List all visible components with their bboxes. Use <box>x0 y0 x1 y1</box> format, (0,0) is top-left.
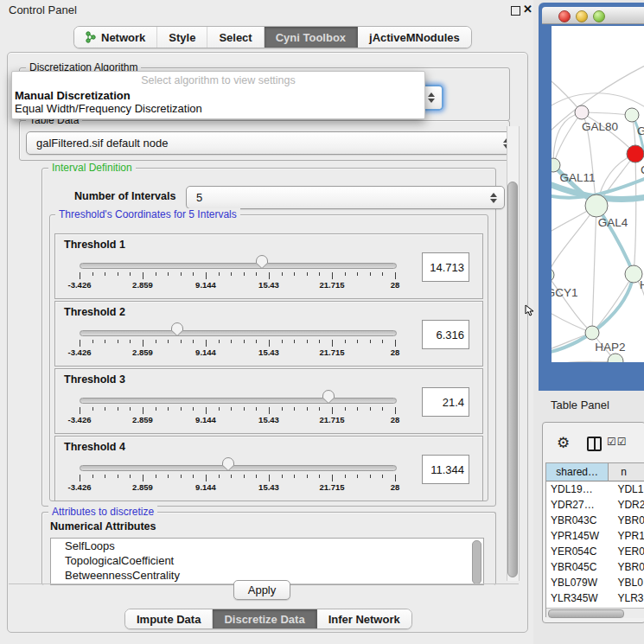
table-row[interactable]: YDL19… YDL1 <box>546 481 644 497</box>
network-edge[interactable] <box>592 274 634 333</box>
tab-infer-network[interactable]: Infer Network <box>317 609 411 628</box>
list-item[interactable]: TopologicalCoefficient <box>51 553 483 568</box>
threshold-value-field[interactable]: 11.344 <box>422 455 469 484</box>
cell-shared-name[interactable]: YPR145W <box>546 528 615 544</box>
threshold-slider-track[interactable] <box>80 465 397 471</box>
attributes-list-scrollbar[interactable] <box>472 540 481 584</box>
checkbox-icons[interactable]: ☑☑ <box>607 436 628 448</box>
threshold-slider-track[interactable] <box>80 263 397 269</box>
cell-name[interactable]: YBR0 <box>615 513 644 528</box>
tick-mark <box>269 340 270 347</box>
network-edge[interactable] <box>553 112 582 165</box>
network-edge[interactable] <box>553 112 582 165</box>
num-intervals-combobox[interactable]: 5 <box>186 186 505 209</box>
network-node[interactable] <box>625 108 639 122</box>
apply-button[interactable]: Apply <box>233 580 290 600</box>
attributes-list[interactable]: SelfLoops TopologicalCoefficient Between… <box>50 538 484 585</box>
threshold-slider-track[interactable] <box>80 330 397 336</box>
node-table[interactable]: shared… n YDL19… YDL1 YDR27… YDR2 YBR043… <box>545 462 644 617</box>
threshold-value-field[interactable]: 14.713 <box>422 252 469 282</box>
column-header-name[interactable]: n <box>609 463 644 481</box>
threshold-value-field[interactable]: 6.316 <box>422 320 469 349</box>
float-icon[interactable] <box>511 6 520 16</box>
tick-mark <box>80 475 80 481</box>
cell-name[interactable]: YDR2 <box>615 497 644 513</box>
tab-infer-network-label: Infer Network <box>328 613 400 626</box>
popup-option-equal-width[interactable]: Equal Width/Frequency Discretization <box>15 102 202 115</box>
column-header-shared-name[interactable]: shared… <box>546 463 609 481</box>
tick-mark <box>92 340 93 343</box>
tab-impute-data[interactable]: Impute Data <box>125 609 213 628</box>
cell-name[interactable]: YPR1 <box>615 528 644 544</box>
tab-network[interactable]: Network <box>74 27 157 48</box>
tab-style-label: Style <box>169 31 195 44</box>
cell-shared-name[interactable]: YER054C <box>546 544 615 559</box>
network-edge[interactable] <box>634 154 636 274</box>
network-edge[interactable] <box>552 206 596 275</box>
network-window-titlebar[interactable] <box>542 7 644 24</box>
slider-thumb-icon[interactable] <box>255 254 269 270</box>
slider-thumb-icon[interactable] <box>221 456 235 472</box>
cell-name[interactable]: YBL0 <box>615 575 644 590</box>
table-row[interactable]: YBR043C YBR0 <box>546 513 644 528</box>
slider-thumb-icon[interactable] <box>170 322 184 337</box>
table-row[interactable]: YBR045C YBR0 <box>546 559 644 575</box>
table-row[interactable]: YLR345W YLR3 <box>546 590 644 606</box>
tick-mark <box>294 340 295 343</box>
network-node[interactable] <box>585 326 599 340</box>
slider-thumb-icon[interactable] <box>322 389 335 405</box>
network-node[interactable] <box>627 145 644 163</box>
network-edge[interactable] <box>592 206 596 333</box>
cell-shared-name[interactable]: YDL19… <box>546 481 615 497</box>
tick-mark <box>118 272 118 276</box>
cell-name[interactable]: YDL1 <box>615 481 644 497</box>
axis-tick-label: 21.715 <box>319 348 344 357</box>
tab-jactivemnodules[interactable]: jActiveMNodules <box>358 27 471 48</box>
slider-axis-labels: -3.4262.8599.14415.4321.71528 <box>80 482 396 493</box>
close-icon[interactable]: ✕ <box>523 3 532 16</box>
split-column-icon[interactable] <box>587 437 602 451</box>
table-row[interactable]: YDR27… YDR2 <box>546 497 644 513</box>
tab-cyni-toolbox[interactable]: Cyni Toolbox <box>265 27 358 48</box>
list-item[interactable]: SelfLoops <box>51 539 483 553</box>
zoom-traffic-light-icon[interactable] <box>593 10 605 22</box>
panel-scrollbar-thumb[interactable] <box>507 182 518 577</box>
network-canvas[interactable]: GAL80GACGAL11GAL4GCY1HHAP2 <box>552 26 644 362</box>
table-row[interactable]: YER054C YER0 <box>546 544 644 559</box>
table-row[interactable]: YBL079W YBL0 <box>546 575 644 590</box>
axis-tick-label: 21.715 <box>319 482 344 492</box>
network-edge[interactable] <box>552 93 644 108</box>
threshold-panel: Threshold 4 -3.4262.8599.14415.4321.7152… <box>54 436 483 501</box>
tick-mark <box>206 272 207 279</box>
cell-name[interactable]: YER0 <box>615 544 644 559</box>
cell-shared-name[interactable]: YBL079W <box>546 575 615 590</box>
tick-mark <box>181 475 182 478</box>
cell-name[interactable]: YBR0 <box>615 559 644 575</box>
close-traffic-light-icon[interactable] <box>558 10 571 22</box>
network-edge[interactable] <box>582 112 632 115</box>
threshold-slider-track[interactable] <box>80 398 397 404</box>
axis-tick-label: 2.859 <box>132 482 153 492</box>
minimize-traffic-light-icon[interactable] <box>576 10 588 22</box>
tab-discretize-data[interactable]: Discretize Data <box>213 609 316 628</box>
network-node[interactable] <box>585 194 608 217</box>
tab-style[interactable]: Style <box>157 27 207 48</box>
tick-mark <box>156 475 156 478</box>
gear-icon[interactable]: ⚙ <box>557 434 570 451</box>
popup-option-manual[interactable]: Manual Discretization <box>15 89 131 102</box>
tick-mark <box>206 475 207 481</box>
network-node[interactable] <box>575 105 589 119</box>
cell-shared-name[interactable]: YDR27… <box>546 497 615 513</box>
tab-select[interactable]: Select <box>207 27 264 48</box>
cell-shared-name[interactable]: YBR043C <box>546 513 615 528</box>
tick-mark <box>282 272 283 276</box>
network-edge[interactable] <box>552 361 615 362</box>
cell-shared-name[interactable]: YLR345W <box>546 590 615 606</box>
network-node[interactable] <box>552 268 554 282</box>
table-hscrollbar-thumb[interactable] <box>548 609 624 618</box>
threshold-value-field[interactable]: 21.4 <box>422 387 469 417</box>
cell-shared-name[interactable]: YBR045C <box>546 559 615 575</box>
table-data-combobox[interactable]: galFiltered.sif default node <box>26 131 518 155</box>
table-row[interactable]: YPR145W YPR1 <box>546 528 644 544</box>
cell-name[interactable]: YLR3 <box>615 590 644 606</box>
